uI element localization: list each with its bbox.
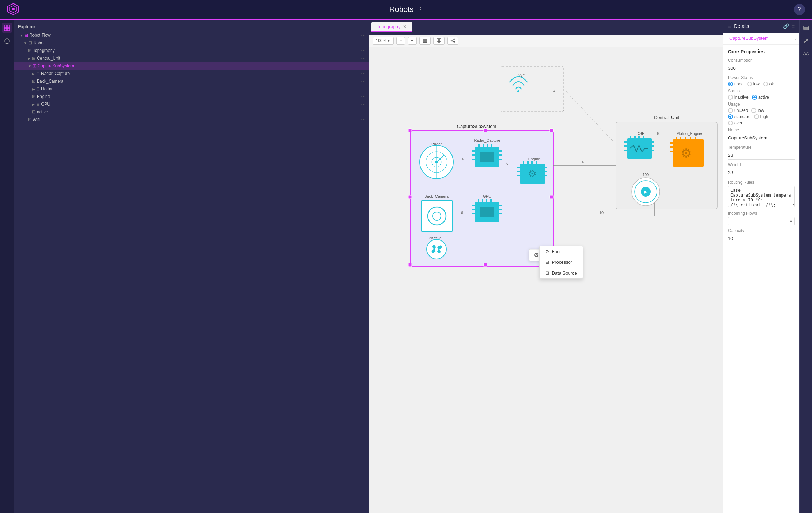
power-low-option[interactable]: low — [747, 82, 760, 86]
usage-high-option[interactable]: high — [754, 114, 768, 119]
central-unit-menu[interactable]: ⋯ — [358, 55, 366, 61]
core-properties-title: Core Properties — [728, 49, 795, 54]
robot-flow-label: Robot Flow — [29, 33, 51, 38]
power-none-radio[interactable] — [728, 82, 733, 86]
share-button[interactable] — [447, 37, 458, 45]
status-active-option[interactable]: active — [752, 95, 769, 100]
dsp-chip[interactable] — [624, 136, 654, 159]
incoming-flows-dropdown[interactable]: ▾ — [728, 217, 795, 225]
tab-topography[interactable]: Topography ✕ — [371, 22, 412, 32]
temperature-value[interactable]: 28 — [728, 151, 795, 160]
usage-low-option[interactable]: low — [751, 108, 764, 113]
fit-view-button[interactable] — [419, 37, 431, 45]
topbar-help-button[interactable]: ? — [794, 4, 805, 15]
radar-capture-chip[interactable] — [472, 144, 502, 167]
selection-handle-tl — [408, 129, 412, 132]
zoom-level-display[interactable]: 100% ▾ — [373, 37, 394, 45]
sidebar-item-robot-flow[interactable]: ▼ ⊞ Robot Flow ⋯ — [14, 31, 369, 39]
usage-over-option[interactable]: over — [728, 121, 742, 125]
zoom-in-button[interactable]: + — [408, 37, 417, 45]
sidebar-icon-explorer[interactable] — [2, 23, 12, 33]
capacity-value[interactable]: 10 — [728, 235, 795, 243]
sidebar-item-radar[interactable]: ▶ ⊡ Radar ⋯ — [14, 85, 369, 93]
right-icon-layers[interactable] — [801, 23, 811, 33]
panel-tab-capture[interactable]: CaptureSubSystem — [726, 33, 772, 44]
sidebar-item-central-unit[interactable]: ▶ ⊞ Central_Unit ⋯ — [14, 54, 369, 62]
consumption-value[interactable]: 300 — [728, 64, 795, 72]
sidebar-item-back-camera[interactable]: ⊡ Back_Camera ⋯ — [14, 77, 369, 85]
sidebar-item-gpu[interactable]: ▶ ⊞ GPU ⋯ — [14, 100, 369, 108]
status-inactive-radio[interactable] — [728, 95, 733, 100]
usage-low-radio[interactable] — [751, 108, 756, 113]
topography-menu[interactable]: ⋯ — [358, 48, 366, 53]
usage-unused-radio[interactable] — [728, 108, 733, 113]
power-ok-radio[interactable] — [763, 82, 768, 86]
sidebar-item-wifi[interactable]: ⊡ Wifi ⋯ — [14, 116, 369, 123]
capture-subsystem-menu[interactable]: ⋯ — [358, 63, 366, 69]
usage-unused-option[interactable]: unused — [728, 108, 748, 113]
radar-capture-menu[interactable]: ⋯ — [358, 71, 366, 76]
gpu-node-label: GPU — [483, 194, 491, 198]
back-camera-menu[interactable]: ⋯ — [358, 78, 366, 84]
name-value[interactable]: CaptureSubSystem — [728, 134, 795, 142]
engine-menu[interactable]: ⋯ — [358, 94, 366, 99]
sidebar-icon-2[interactable] — [2, 36, 12, 46]
panel-link-icon[interactable]: 🔗 — [783, 23, 789, 29]
gpu-menu[interactable]: ⋯ — [358, 101, 366, 107]
power-ok-option[interactable]: ok — [763, 82, 774, 86]
radar-capture-arrow: ▶ — [32, 72, 35, 76]
active-menu[interactable]: ⋯ — [358, 109, 366, 115]
context-menu-data-source[interactable]: ⊡ Data Source — [540, 268, 583, 278]
routing-rules-textarea[interactable]: Case CaptureSubSystem.temperature > 70 °… — [728, 186, 795, 207]
diagram-canvas[interactable]: Wifi 4 CaptureSubSystem — [369, 47, 723, 513]
status-active-radio[interactable] — [752, 95, 757, 100]
panel-settings-icon-header[interactable]: ≡ — [792, 23, 795, 29]
sidebar-item-topography[interactable]: ⊞ Topography ⋯ — [14, 47, 369, 54]
robot-menu[interactable]: ⋯ — [358, 40, 366, 46]
zoom-out-button[interactable]: − — [396, 37, 405, 45]
radar-menu[interactable]: ⋯ — [358, 86, 366, 92]
back-camera-label: Back_Camera — [37, 79, 63, 84]
tab-close-topography[interactable]: ✕ — [403, 24, 407, 29]
usage-low-label: low — [758, 108, 764, 113]
sidebar-item-robot[interactable]: ▼ ⊡ Robot ⋯ — [14, 39, 369, 47]
robot-flow-menu[interactable]: ⋯ — [358, 32, 366, 38]
right-icon-link[interactable] — [801, 36, 811, 46]
panel-menu-icon[interactable]: ≡ — [728, 23, 731, 29]
usage-standard-option[interactable]: standard — [728, 114, 751, 119]
svg-rect-68 — [652, 150, 654, 151]
sidebar-item-active[interactable]: ⊡ active ⋯ — [14, 108, 369, 116]
right-icon-settings[interactable] — [801, 49, 811, 59]
usage-high-radio[interactable] — [754, 114, 759, 119]
wifi-menu[interactable]: ⋯ — [358, 117, 366, 122]
toolbar-settings-icon[interactable]: ⚙ — [534, 252, 539, 258]
usage-over-radio[interactable] — [728, 121, 733, 125]
zoom-in-icon: + — [411, 38, 413, 43]
topbar-title-area: Robots ⋮ — [389, 5, 424, 14]
explorer-label: Explorer — [18, 24, 35, 29]
weight-value[interactable]: 33 — [728, 169, 795, 177]
sidebar-item-capture-subsystem[interactable]: ▼ ⊞ CaptureSubSystem ⋯ — [14, 62, 369, 70]
logo — [7, 3, 20, 16]
sidebar-item-engine[interactable]: ⊞ Engine ⋯ — [14, 93, 369, 100]
right-icon-strip — [799, 20, 812, 513]
gpu-chip[interactable] — [472, 199, 502, 222]
back-camera-body[interactable] — [421, 200, 453, 232]
svg-rect-12 — [437, 39, 441, 43]
engine-chip[interactable]: ⚙ — [517, 161, 547, 184]
context-menu-fan[interactable]: ⊙ Fan — [540, 246, 583, 257]
capture-subsystem-box-label: CaptureSubSystem — [457, 124, 496, 129]
topbar: Robots ⋮ ? — [0, 0, 812, 20]
context-menu-processor[interactable]: ⊞ Processor — [540, 257, 583, 268]
panel-tab-arrow[interactable]: › — [795, 36, 797, 41]
topbar-menu-icon[interactable]: ⋮ — [418, 6, 424, 13]
status-inactive-option[interactable]: inactive — [728, 95, 749, 100]
power-none-option[interactable]: none — [728, 82, 744, 86]
sidebar-item-radar-capture[interactable]: ▶ ⊡ Radar_Capture ⋯ — [14, 70, 369, 77]
grid-view-button[interactable] — [433, 37, 445, 45]
svg-rect-10 — [423, 41, 425, 43]
power-low-radio[interactable] — [747, 82, 752, 86]
usage-standard-radio[interactable] — [728, 114, 733, 119]
motion-engine-chip[interactable]: ⚙ — [670, 137, 704, 167]
svg-point-14 — [451, 40, 452, 41]
